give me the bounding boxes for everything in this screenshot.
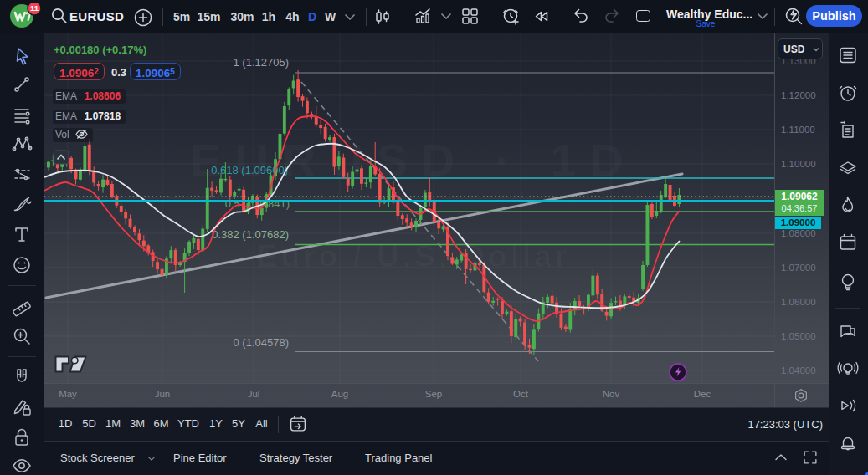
svg-text:0 (1.04578): 0 (1.04578): [234, 336, 290, 349]
svg-text:1 (1.12705): 1 (1.12705): [234, 56, 290, 69]
svg-text:0.382 (1.07682): 0.382 (1.07682): [212, 228, 289, 241]
svg-text:11: 11: [30, 3, 39, 13]
